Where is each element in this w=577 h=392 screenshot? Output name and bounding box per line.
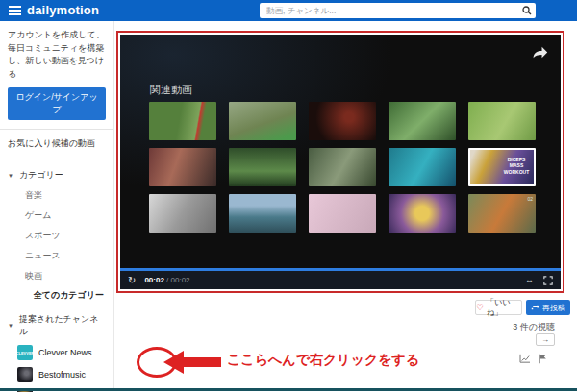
view-count: 3 件の視聴	[459, 321, 555, 333]
video-thumbnail[interactable]	[389, 102, 456, 140]
repost-label: 再投稿	[542, 303, 565, 313]
search-input[interactable]	[260, 6, 518, 15]
like-button[interactable]: ♡ 「いいね」	[475, 300, 522, 315]
theater-mode-icon[interactable]: ↔	[525, 276, 534, 284]
thumbnail-caption: 02	[527, 196, 533, 202]
video-thumbnail[interactable]	[229, 148, 296, 186]
repost-icon	[531, 304, 539, 311]
category-list: 音楽 ゲーム スポーツ ニュース 映画	[8, 185, 106, 286]
channel-avatar: CLEVVER	[17, 345, 33, 360]
annotation-arrow-icon	[163, 351, 184, 374]
channel-item-bestofmusic[interactable]: Bestofmusic	[17, 367, 106, 382]
chevron-down-icon: ▼	[8, 323, 13, 329]
heart-icon: ♡	[476, 304, 484, 312]
video-thumbnail[interactable]	[309, 148, 376, 186]
video-thumbnail[interactable]: BICEPS MASS WORKOUT	[468, 148, 536, 186]
like-label: 「いいね」	[487, 297, 521, 318]
video-thumbnail[interactable]	[149, 194, 216, 233]
sidebar-item-favorites[interactable]: お気に入り候補の動画	[8, 137, 106, 150]
sidebar-item-music[interactable]: 音楽	[8, 185, 106, 206]
annotation-text: ここらへんで右クリックをする	[227, 352, 419, 369]
search-icon[interactable]	[518, 3, 536, 18]
video-thumbnail[interactable]	[229, 102, 296, 140]
channel-avatar	[17, 367, 33, 382]
sidebar: アカウントを作成して、毎日コミュニティを構築し、新しい動画を見つける ログイン/…	[0, 21, 114, 389]
flag-icon[interactable]	[539, 354, 547, 364]
video-thumbnail[interactable]	[149, 148, 216, 186]
sidebar-item-news[interactable]: ニュース	[8, 246, 106, 266]
arrow-right-icon: →	[541, 335, 549, 344]
video-thumbnail[interactable]	[309, 102, 376, 140]
channels-header-label: 提案されたチャンネル	[19, 313, 106, 338]
replay-icon[interactable]: ↻	[128, 276, 136, 285]
video-thumbnail[interactable]	[309, 194, 376, 233]
annotation-arrow-shaft	[182, 357, 221, 367]
video-thumbnail[interactable]	[229, 194, 296, 233]
video-thumbnail[interactable]: 02	[468, 194, 536, 233]
player-control-bar: ↻ 00:02 / 00:02 ↔	[120, 271, 561, 289]
categories-header-label: カテゴリー	[19, 169, 63, 182]
video-meta-icons	[519, 354, 547, 364]
thumbnail-caption: BICEPS MASS WORKOUT	[501, 157, 532, 175]
signup-intro-text: アカウントを作成して、毎日コミュニティを構築し、新しい動画を見つける	[8, 29, 106, 81]
top-header: dailymotion	[0, 0, 577, 21]
stats-chart-icon[interactable]	[519, 354, 531, 364]
export-button[interactable]: →	[536, 333, 555, 346]
all-categories-link[interactable]: 全てのカテゴリー	[8, 286, 106, 304]
bottom-edge-bar	[0, 388, 577, 391]
video-player-highlight-frame: 関連動画 BICEPS MASS WORKOUT 02	[116, 31, 564, 293]
sidebar-item-sports[interactable]: スポーツ	[8, 226, 106, 246]
search-bar	[260, 3, 536, 18]
share-arrow-icon[interactable]	[532, 45, 548, 62]
dailymotion-logo[interactable]: dailymotion	[27, 3, 99, 17]
video-player[interactable]: 関連動画 BICEPS MASS WORKOUT 02	[120, 35, 561, 289]
sidebar-item-games[interactable]: ゲーム	[8, 206, 106, 226]
video-thumbnail[interactable]	[389, 194, 456, 233]
video-thumbnail[interactable]	[468, 102, 536, 140]
hamburger-menu-icon[interactable]	[9, 6, 21, 15]
login-signup-button[interactable]: ログイン/サインアップ	[8, 87, 106, 120]
page: dailymotion アカウントを作成して、毎日コミュニティを構築し、新しい動…	[0, 0, 577, 392]
video-thumbnail[interactable]	[389, 148, 456, 186]
time-display: 00:02 / 00:02	[144, 276, 189, 284]
repost-button[interactable]: 再投稿	[526, 300, 570, 315]
related-videos-label: 関連動画	[150, 83, 192, 97]
chevron-down-icon: ▼	[8, 173, 13, 179]
channel-name: Bestofmusic	[38, 370, 86, 380]
fullscreen-icon[interactable]	[543, 276, 553, 285]
related-videos-grid: BICEPS MASS WORKOUT 02	[149, 102, 536, 233]
video-thumbnail[interactable]	[149, 102, 216, 140]
channel-item-clevver-news[interactable]: CLEVVER Clevver News	[17, 345, 106, 360]
categories-section-header[interactable]: ▼ カテゴリー	[8, 169, 106, 182]
channel-name: Clevver News	[38, 348, 92, 357]
channels-section-header[interactable]: ▼ 提案されたチャンネル	[8, 313, 106, 338]
sidebar-item-movies[interactable]: 映画	[8, 266, 106, 286]
